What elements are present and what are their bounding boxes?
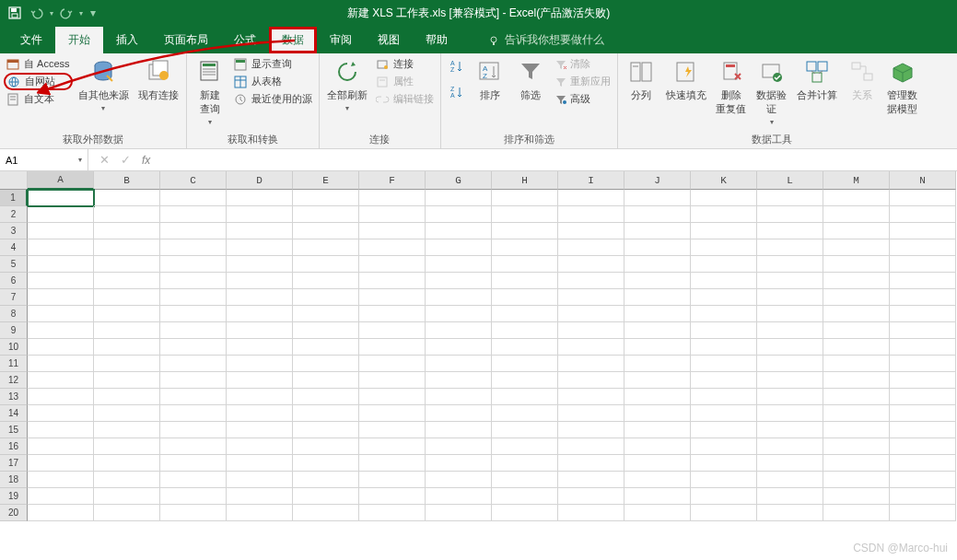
cell[interactable] (492, 306, 558, 322)
advanced-filter-button[interactable]: 高级 (552, 90, 613, 108)
cell[interactable] (160, 339, 227, 356)
cell[interactable] (757, 488, 823, 505)
column-header[interactable]: I (558, 171, 624, 190)
column-header[interactable]: N (890, 171, 956, 190)
cell[interactable] (558, 190, 624, 206)
existing-connections-button[interactable]: 现有连接 (134, 55, 182, 104)
cell[interactable] (890, 273, 956, 289)
cell[interactable] (691, 256, 757, 273)
column-header[interactable]: F (359, 171, 426, 190)
cell[interactable] (359, 223, 426, 239)
cell[interactable] (28, 505, 94, 521)
cell[interactable] (293, 438, 359, 455)
cell[interactable] (426, 356, 492, 372)
cell[interactable] (890, 372, 956, 389)
cell[interactable] (624, 389, 691, 405)
cell[interactable] (359, 405, 426, 422)
cell[interactable] (227, 206, 293, 223)
cell[interactable] (227, 190, 293, 206)
from-access-button[interactable]: 自 Access (4, 55, 73, 73)
name-box[interactable]: A1 ▾ (0, 149, 88, 170)
column-header[interactable]: E (293, 171, 359, 190)
column-header[interactable]: A (28, 171, 94, 190)
cell[interactable] (293, 389, 359, 405)
cell[interactable] (823, 472, 890, 488)
cell[interactable] (823, 455, 890, 472)
row-header[interactable]: 4 (0, 239, 28, 256)
cell[interactable] (823, 289, 890, 306)
cell[interactable] (227, 273, 293, 289)
cell[interactable] (890, 256, 956, 273)
cell[interactable] (558, 372, 624, 389)
fx-icon[interactable]: fx (142, 154, 150, 167)
cell[interactable] (624, 438, 691, 455)
cell[interactable] (823, 389, 890, 405)
cell[interactable] (757, 472, 823, 488)
row-header[interactable]: 7 (0, 289, 28, 306)
cell[interactable] (293, 273, 359, 289)
cell[interactable] (426, 389, 492, 405)
cell[interactable] (160, 306, 227, 322)
cell[interactable] (94, 306, 160, 322)
row-header[interactable]: 14 (0, 405, 28, 422)
cell[interactable] (492, 372, 558, 389)
cell[interactable] (227, 223, 293, 239)
cell[interactable] (227, 438, 293, 455)
cell[interactable] (28, 455, 94, 472)
cell[interactable] (94, 455, 160, 472)
cell[interactable] (890, 239, 956, 256)
cell[interactable] (757, 422, 823, 438)
cell[interactable] (94, 356, 160, 372)
cell[interactable] (691, 306, 757, 322)
cell[interactable] (757, 455, 823, 472)
cell[interactable] (28, 356, 94, 372)
cell[interactable] (691, 505, 757, 521)
cell[interactable] (691, 206, 757, 223)
cell[interactable] (823, 372, 890, 389)
cell[interactable] (28, 405, 94, 422)
cell[interactable] (492, 455, 558, 472)
cell[interactable] (691, 389, 757, 405)
cell[interactable] (890, 405, 956, 422)
cell[interactable] (94, 223, 160, 239)
cell[interactable] (691, 488, 757, 505)
formula-input[interactable] (161, 154, 957, 167)
cell[interactable] (426, 223, 492, 239)
cell[interactable] (757, 190, 823, 206)
from-text-button[interactable]: 自文本 (4, 90, 73, 108)
cell[interactable] (94, 438, 160, 455)
cell[interactable] (558, 405, 624, 422)
cell[interactable] (293, 339, 359, 356)
row-header[interactable]: 8 (0, 306, 28, 322)
tab-home[interactable]: 开始 (55, 27, 103, 53)
row-header[interactable]: 11 (0, 356, 28, 372)
cell[interactable] (28, 206, 94, 223)
cell[interactable] (558, 389, 624, 405)
cell[interactable] (558, 356, 624, 372)
cell[interactable] (28, 273, 94, 289)
cell[interactable] (293, 488, 359, 505)
cell[interactable] (227, 389, 293, 405)
cell[interactable] (227, 256, 293, 273)
cell[interactable] (359, 356, 426, 372)
cell[interactable] (359, 322, 426, 339)
cell[interactable] (558, 339, 624, 356)
cell[interactable] (94, 472, 160, 488)
cell[interactable] (890, 206, 956, 223)
cell[interactable] (160, 322, 227, 339)
cell[interactable] (492, 273, 558, 289)
cell[interactable] (558, 289, 624, 306)
cell[interactable] (94, 405, 160, 422)
sort-za-button[interactable]: ZA (445, 81, 469, 103)
cell[interactable] (890, 356, 956, 372)
cell[interactable] (624, 339, 691, 356)
cell[interactable] (293, 472, 359, 488)
cell[interactable] (293, 372, 359, 389)
flash-fill-button[interactable]: 快速填充 (662, 55, 710, 104)
cell[interactable] (359, 422, 426, 438)
refresh-all-button[interactable]: 全部刷新 ▾ (323, 55, 371, 114)
cell[interactable] (227, 405, 293, 422)
cell[interactable] (426, 190, 492, 206)
cell[interactable] (359, 472, 426, 488)
cell[interactable] (94, 273, 160, 289)
